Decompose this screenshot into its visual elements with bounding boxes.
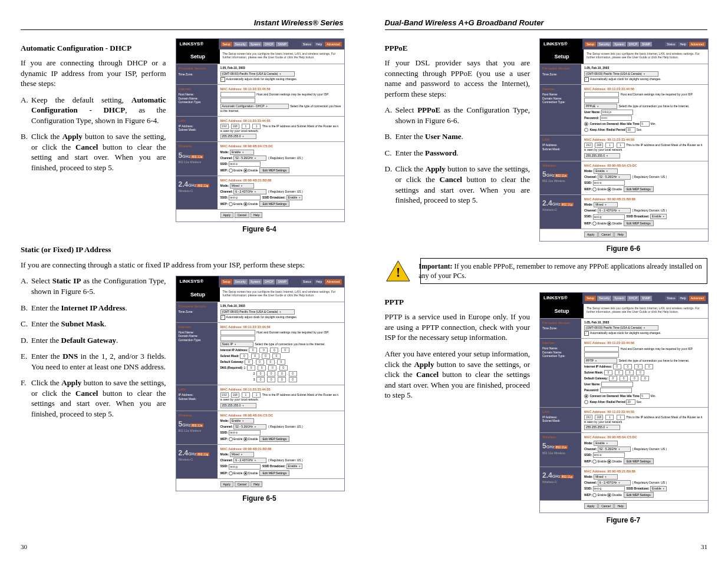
important-text: If you enable PPPoE, remember to remove … [419,262,702,280]
step-marker: A. [21,95,31,126]
page-header-right: Dual-Band Wireless A+G Broadband Router [385,18,708,30]
static-title: Static (or Fixed) IP Address [21,244,344,255]
important-label: Important: [419,262,452,270]
figure-caption: Figure 6-6 [539,244,707,253]
pptp-title: PPTP [385,297,531,308]
static-intro: If you are connecting through a static o… [21,260,344,270]
important-callout: ! Important: If you enable PPPoE, rememb… [420,258,708,284]
pptp-p1: PPTP is a service used in Europe only. I… [385,312,531,343]
pppoe-title: PPPoE [385,43,531,54]
step-marker: B. [21,131,31,173]
dhcp-intro: If you are connecting through DHCP or a … [21,58,166,89]
step-text: Click the Apply button to save the setti… [31,131,166,173]
step-text: Keep the default setting, Automatic Conf… [31,95,166,126]
figure-6-6: LINKSYS® SetupSecuritySystemDHCPSNMP Sta… [539,38,707,242]
page-number: 30 [21,543,27,551]
figure-caption: Figure 6-7 [539,515,707,525]
pppoe-steps: A.Select PPPoE as the Configuration Type… [385,105,531,205]
warning-icon: ! [386,259,411,283]
page-number: 31 [701,543,707,551]
figure-6-4: LINKSYS® SetupSecuritySystemDHCPSNMP Sta… [176,38,344,223]
svg-text:!: ! [396,265,400,280]
static-steps: A.Select Static IP as the Configuration … [21,276,166,419]
figure-caption: Figure 6-5 [176,494,344,503]
figure-6-7: LINKSYS® SetupSecuritySystemDHCPSNMP Sta… [539,292,707,513]
dhcp-title: Automatic Configuration - DHCP [21,43,166,54]
dhcp-steps: A.Keep the default setting, Automatic Co… [21,95,166,173]
page-header-left: Instant Wireless® Series [21,18,344,30]
figure-caption: Figure 6-4 [176,224,344,234]
figure-6-5: LINKSYS® SetupSecuritySystemDHCPSNMP Sta… [176,276,344,491]
pppoe-intro: If your DSL provider says that you are c… [385,58,531,99]
pptp-p2: After you have entered your setup inform… [385,349,531,401]
